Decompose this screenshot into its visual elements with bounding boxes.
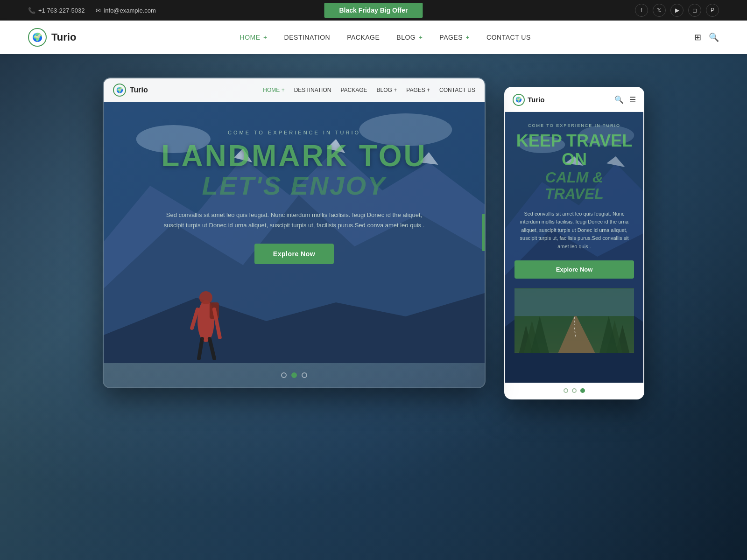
nav-home[interactable]: HOME +	[240, 33, 268, 42]
hero-title-1: LANDMARK TOU	[122, 141, 466, 171]
explore-now-button[interactable]: Explore Now	[254, 244, 334, 264]
mockup-logo-text: Turio	[130, 86, 148, 94]
logo-icon: 🌍	[28, 28, 47, 47]
mobile-logo: 🌍 Turio	[513, 94, 544, 106]
mobile-menu-icon[interactable]: ☰	[629, 95, 636, 104]
mobile-description: Sed convallis sit amet leo quis feugiat.…	[514, 210, 634, 251]
search-icon[interactable]: 🔍	[709, 32, 719, 42]
mobile-logo-text: Turio	[528, 96, 544, 104]
phone-icon: 📞	[28, 7, 35, 14]
nav-links: HOME + DESTINATION PACKAGE BLOG + PAGES …	[240, 33, 531, 42]
mobile-header: 🌍 Turio 🔍 ☰	[505, 88, 643, 112]
mockup-nav: HOME + DESTINATION PACKAGE BLOG + PAGES …	[263, 87, 475, 93]
phone-contact: 📞 +1 763-227-5032	[28, 7, 85, 14]
nav-blog[interactable]: BLOG +	[396, 33, 423, 42]
nav-contact-link[interactable]: CONTACT US	[486, 34, 531, 41]
hero-title-2: LET'S ENJOY	[122, 173, 466, 199]
nav-contact[interactable]: CONTACT US	[486, 33, 531, 42]
main-navigation: 🌍 Turio HOME + DESTINATION PACKAGE BLOG …	[0, 21, 747, 54]
mobile-road-section	[514, 288, 634, 353]
mockup-nav-contact[interactable]: CONTACT US	[439, 87, 475, 93]
svg-point-10	[199, 291, 212, 304]
mobile-dot-2[interactable]	[572, 388, 577, 393]
road-svg	[514, 288, 634, 353]
instagram-icon[interactable]: ◻	[688, 4, 701, 17]
nav-destination[interactable]: DESTINATION	[284, 33, 331, 42]
top-bar-left: 📞 +1 763-227-5032 ✉ info@example.com	[28, 7, 156, 14]
nav-package-link[interactable]: PACKAGE	[347, 34, 380, 41]
mobile-search-icon[interactable]: 🔍	[614, 95, 624, 104]
mockup-logo-icon: 🌍	[113, 84, 126, 97]
top-bar: 📞 +1 763-227-5032 ✉ info@example.com Bla…	[0, 0, 747, 21]
mobile-subtitle: COME TO EXPERIENCE IN TURIO	[514, 123, 634, 128]
mockup-nav-destination[interactable]: DESTINATION	[294, 87, 331, 93]
email-address: info@example.com	[104, 7, 155, 14]
mobile-mockup: 🌍 Turio 🔍 ☰ COME TO	[504, 87, 644, 399]
nav-blog-link[interactable]: BLOG +	[396, 34, 423, 41]
nav-destination-link[interactable]: DESTINATION	[284, 34, 331, 41]
mockup-nav-blog[interactable]: BLOG +	[377, 87, 397, 93]
mobile-hero: COME TO EXPERIENCE IN TURIO KEEP TRAVEL …	[505, 112, 643, 383]
twitter-icon[interactable]: 𝕏	[653, 4, 666, 17]
mockup-header: 🌍 Turio HOME + DESTINATION PACKAGE BLOG …	[104, 78, 485, 102]
mobile-hero-content: COME TO EXPERIENCE IN TURIO KEEP TRAVEL …	[514, 123, 634, 353]
carousel-dot-1[interactable]	[281, 372, 287, 378]
facebook-icon[interactable]: f	[635, 4, 648, 17]
mockup-nav-pages[interactable]: PAGES +	[406, 87, 430, 93]
social-links: f 𝕏 ▶ ◻ P	[635, 4, 719, 17]
carousel-dot-2[interactable]	[291, 372, 297, 378]
mobile-title-2: CALM & TRAVEL	[514, 169, 634, 202]
mockup-nav-package[interactable]: PACKAGE	[340, 87, 367, 93]
top-bar-center: Black Friday Big Offer	[324, 3, 423, 18]
nav-home-link[interactable]: HOME +	[240, 34, 268, 41]
nav-package[interactable]: PACKAGE	[347, 33, 380, 42]
mockup-logo: 🌍 Turio	[113, 84, 148, 97]
carousel-dots	[104, 363, 485, 387]
youtube-icon[interactable]: ▶	[670, 4, 684, 17]
logo-text: Turio	[51, 31, 76, 43]
mobile-carousel-dots	[505, 383, 643, 399]
mobile-dot-3[interactable]	[580, 388, 585, 393]
email-icon: ✉	[96, 7, 101, 14]
nav-pages[interactable]: PAGES +	[439, 33, 470, 42]
logo[interactable]: 🌍 Turio	[28, 28, 76, 47]
pinterest-icon[interactable]: P	[706, 4, 719, 17]
mobile-nav-icons: 🔍 ☰	[614, 95, 636, 104]
mobile-explore-button[interactable]: Explore Now	[514, 260, 634, 279]
black-friday-button[interactable]: Black Friday Big Offer	[324, 3, 423, 18]
nav-pages-link[interactable]: PAGES +	[439, 34, 470, 41]
svg-rect-34	[514, 288, 634, 316]
mobile-title-1: KEEP TRAVEL ON	[514, 132, 634, 168]
mockup-nav-home[interactable]: HOME +	[263, 87, 284, 93]
email-contact: ✉ info@example.com	[96, 7, 155, 14]
mockup-hero: COME TO EXPERIENCE IN TURIO LANDMARK TOU…	[104, 102, 485, 363]
phone-number: +1 763-227-5032	[38, 7, 85, 14]
hero-content: COME TO EXPERIENCE IN TURIO LANDMARK TOU…	[104, 102, 485, 264]
mobile-dot-1[interactable]	[564, 388, 568, 393]
hero-subtitle: COME TO EXPERIENCE IN TURIO	[122, 130, 466, 135]
carousel-dot-3[interactable]	[302, 372, 307, 378]
mobile-logo-icon: 🌍	[513, 94, 525, 106]
nav-right-icons: ⊞ 🔍	[694, 32, 719, 42]
hero-description: Sed convallis sit amet leo quis feugiat.…	[163, 210, 425, 231]
grid-icon[interactable]: ⊞	[694, 32, 701, 42]
main-content: 🌍 Turio HOME + DESTINATION PACKAGE BLOG …	[0, 54, 747, 423]
desktop-mockup: 🌍 Turio HOME + DESTINATION PACKAGE BLOG …	[103, 77, 486, 388]
